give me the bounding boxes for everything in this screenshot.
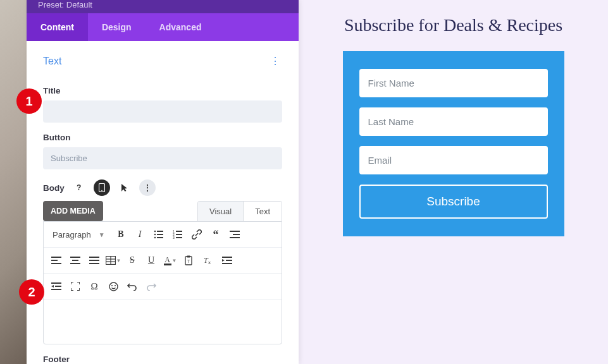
fullscreen-icon[interactable] xyxy=(66,277,84,295)
svg-rect-23 xyxy=(89,257,99,258)
svg-rect-16 xyxy=(230,237,240,238)
align-left-icon[interactable] xyxy=(47,252,65,269)
cursor-icon[interactable] xyxy=(116,179,133,196)
svg-point-1 xyxy=(101,190,102,191)
special-char-icon[interactable]: Ω xyxy=(85,277,103,295)
svg-point-41 xyxy=(109,282,118,291)
svg-rect-39 xyxy=(55,286,61,287)
tab-design[interactable]: Design xyxy=(88,13,146,41)
subscribe-button[interactable]: Subscribe xyxy=(359,185,548,219)
text-color-icon[interactable]: A ▼ xyxy=(161,252,179,269)
svg-rect-5 xyxy=(157,234,163,235)
indent-icon[interactable] xyxy=(218,252,236,269)
table-icon[interactable]: ▼ xyxy=(104,252,122,269)
svg-rect-14 xyxy=(230,231,240,232)
button-field-label: Button xyxy=(43,133,282,142)
last-name-input[interactable] xyxy=(359,107,548,136)
italic-icon[interactable]: I xyxy=(131,226,149,243)
preview-heading: Subscribe for Deals & Recipes xyxy=(344,14,562,36)
panel-body[interactable]: Text ⋮ Title Button Body ? ⋮ ADD MEDIA V… xyxy=(27,41,299,364)
svg-point-6 xyxy=(154,237,156,239)
first-name-input[interactable] xyxy=(359,69,548,97)
preview-pane: Subscribe for Deals & Recipes Subscribe xyxy=(299,0,608,364)
panel-header: Preset: Default xyxy=(27,0,299,13)
bullet-list-icon[interactable] xyxy=(150,226,168,243)
svg-text:x: x xyxy=(208,260,211,265)
add-media-button[interactable]: ADD MEDIA xyxy=(43,201,103,221)
svg-rect-37 xyxy=(222,263,232,264)
svg-point-2 xyxy=(154,231,156,233)
svg-rect-22 xyxy=(70,263,80,264)
editor-mode-tabs: Visual Text xyxy=(197,201,282,221)
svg-rect-7 xyxy=(157,237,163,238)
tab-content[interactable]: Content xyxy=(27,13,88,41)
svg-rect-11 xyxy=(176,234,182,235)
svg-rect-17 xyxy=(51,257,61,258)
body-label-text: Body xyxy=(43,183,65,193)
svg-rect-18 xyxy=(51,260,58,261)
strikethrough-icon[interactable]: S xyxy=(123,252,141,269)
format-select[interactable]: Paragraph▼ xyxy=(47,228,111,242)
svg-rect-40 xyxy=(51,289,61,290)
svg-rect-13 xyxy=(176,237,182,238)
svg-rect-36 xyxy=(226,260,232,261)
svg-rect-25 xyxy=(89,263,99,264)
underline-icon[interactable]: U xyxy=(142,252,160,269)
bold-icon[interactable]: B xyxy=(112,226,130,243)
svg-rect-21 xyxy=(72,260,78,261)
svg-rect-3 xyxy=(157,231,163,232)
svg-point-42 xyxy=(111,285,113,286)
body-field-label: Body ? ⋮ xyxy=(43,179,282,196)
align-center-icon[interactable] xyxy=(66,252,84,269)
numbered-list-icon[interactable]: 123 xyxy=(169,226,187,243)
annotation-badge-2: 2 xyxy=(19,279,44,305)
align-justify-icon[interactable] xyxy=(85,252,103,269)
title-field-label: Title xyxy=(43,86,282,95)
body-editor-area[interactable] xyxy=(44,300,282,344)
svg-point-43 xyxy=(115,285,116,286)
page-background-strip xyxy=(0,0,27,364)
undo-icon[interactable] xyxy=(123,277,141,295)
editor-tab-visual[interactable]: Visual xyxy=(198,202,244,221)
svg-text:3: 3 xyxy=(173,236,175,239)
device-mobile-icon[interactable] xyxy=(94,179,110,196)
editor-tab-text[interactable]: Text xyxy=(244,202,282,221)
panel-tabs: Content Design Advanced xyxy=(27,13,299,41)
title-input[interactable] xyxy=(43,100,282,123)
clear-format-icon[interactable]: Tx xyxy=(199,252,217,269)
footer-field-label: Footer xyxy=(43,355,282,364)
help-icon[interactable]: ? xyxy=(71,179,87,196)
annotation-badge-1: 1 xyxy=(16,88,42,114)
richtext-toolbar: Paragraph▼ B I 123 “ xyxy=(43,221,282,344)
outdent-icon[interactable] xyxy=(47,277,65,295)
svg-rect-24 xyxy=(89,260,99,261)
svg-text:T: T xyxy=(187,259,190,264)
body-more-icon[interactable]: ⋮ xyxy=(139,179,156,196)
optin-card: Subscribe xyxy=(343,51,564,236)
preset-selector[interactable]: Preset: Default xyxy=(38,0,92,9)
svg-rect-38 xyxy=(51,282,61,284)
button-input[interactable] xyxy=(43,147,282,169)
svg-point-4 xyxy=(154,234,156,236)
tab-advanced[interactable]: Advanced xyxy=(146,13,216,41)
svg-rect-20 xyxy=(70,257,80,258)
svg-rect-19 xyxy=(51,263,61,264)
svg-rect-9 xyxy=(176,231,182,232)
section-options-icon[interactable]: ⋮ xyxy=(268,52,282,70)
redo-icon[interactable] xyxy=(142,277,160,295)
blockquote-icon[interactable]: “ xyxy=(207,226,225,243)
chevron-down-icon: ▼ xyxy=(99,231,105,238)
svg-rect-31 xyxy=(187,256,190,258)
email-input[interactable] xyxy=(359,146,548,174)
svg-rect-15 xyxy=(233,234,240,235)
svg-rect-35 xyxy=(222,257,232,258)
emoji-icon[interactable] xyxy=(104,277,122,295)
section-title: Text xyxy=(43,56,61,67)
link-icon[interactable] xyxy=(188,226,206,243)
paste-text-icon[interactable]: T xyxy=(180,252,198,269)
align-right-icon[interactable] xyxy=(226,226,244,243)
settings-panel: Preset: Default Content Design Advanced … xyxy=(27,0,299,364)
